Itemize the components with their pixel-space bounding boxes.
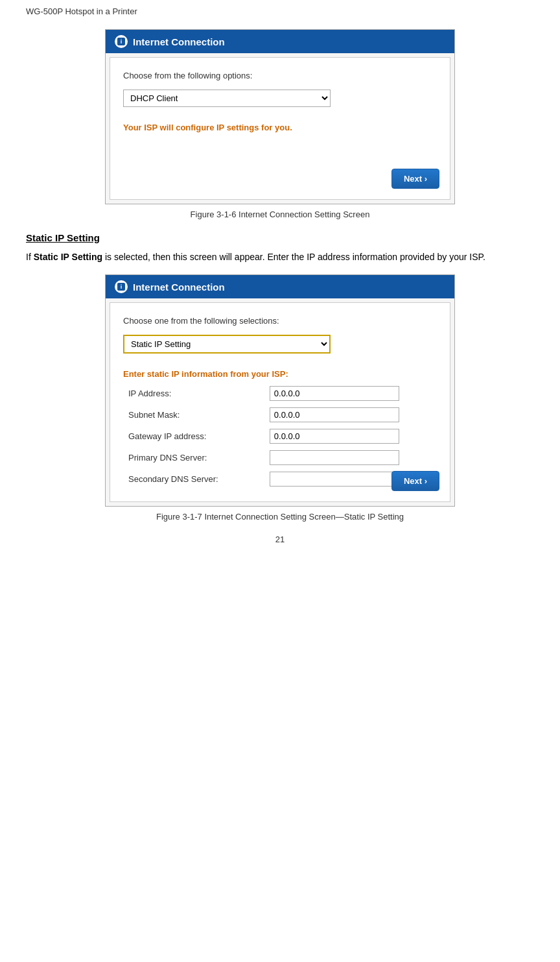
figure2-body: Choose one from the following selections… [110,302,450,502]
figure1-titlebar: i Internet Connection [106,30,454,53]
page-title: WG-500P Hotspot in a Printer [26,6,534,16]
figure1-title-text: Internet Connection [133,36,225,47]
field-ip-address[interactable] [270,386,399,401]
section-para-bold: Static IP Setting [34,252,102,262]
svg-text:i: i [121,283,122,290]
figure1-dialog: i Internet Connection Choose from the fo… [105,29,455,204]
figure2-dropdown[interactable]: DHCP Client Static IP Setting PPPoE [123,335,331,354]
table-row: Gateway IP address: [123,426,437,447]
figure1-wrapper: i Internet Connection Choose from the fo… [26,29,534,204]
field-label-subnet-mask: Subnet Mask: [123,404,264,426]
field-label-primary-dns: Primary DNS Server: [123,447,264,468]
page-number: 21 [26,535,534,544]
field-subnet-mask[interactable] [270,407,399,422]
figure2-next-button[interactable]: Next › [391,471,439,491]
figure1-info-text: Your ISP will configure IP settings for … [123,123,437,132]
section-para-part1: If [26,252,34,262]
figure1-caption: Figure 3-1-6 Internet Connection Setting… [26,210,534,219]
figure1-body: Choose from the following options: DHCP … [110,57,450,200]
figure1-next-button[interactable]: Next › [391,169,439,189]
figure2-form-table: IP Address: Subnet Mask: Gateway IP addr… [123,383,437,490]
figure1-dropdown[interactable]: DHCP Client Static IP Setting PPPoE [123,90,331,107]
table-row: Subnet Mask: [123,404,437,426]
table-row: Primary DNS Server: [123,447,437,468]
svg-text:i: i [121,38,122,45]
section-paragraph: If Static IP Setting is selected, then t… [26,250,534,264]
figure2-info-text: Enter static IP information from your IS… [123,369,437,379]
figure1-prompt: Choose from the following options: [123,71,437,80]
figure2-prompt: Choose one from the following selections… [123,316,437,326]
figure2-title-icon: i [115,280,128,293]
figure2-title-text: Internet Connection [133,282,225,293]
figure2-titlebar: i Internet Connection [106,275,454,298]
field-label-gateway: Gateway IP address: [123,426,264,447]
field-secondary-dns[interactable] [270,472,399,487]
table-row: Secondary DNS Server: [123,468,437,490]
field-gateway[interactable] [270,429,399,444]
figure2-caption: Figure 3-1-7 Internet Connection Setting… [26,512,534,522]
section-heading: Static IP Setting [26,232,534,243]
figure2-dialog: i Internet Connection Choose one from th… [105,274,455,507]
section-para-part2: is selected, then this screen will appea… [102,252,485,262]
field-label-ip-address: IP Address: [123,383,264,404]
field-label-secondary-dns: Secondary DNS Server: [123,468,264,490]
figure2-wrapper: i Internet Connection Choose one from th… [26,274,534,507]
figure1-title-icon: i [115,35,128,48]
table-row: IP Address: [123,383,437,404]
field-primary-dns[interactable] [270,450,399,465]
